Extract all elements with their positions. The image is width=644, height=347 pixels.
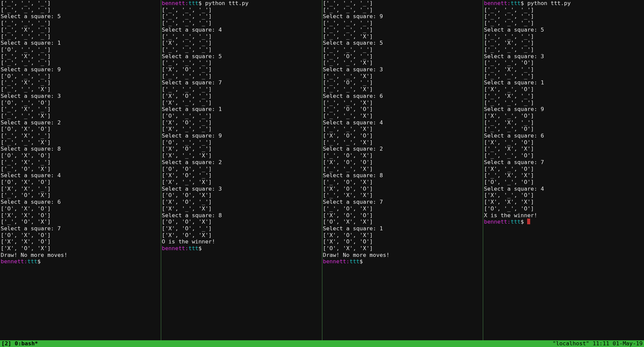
shell-prompt[interactable]: bennett:ttt$ xyxy=(484,219,530,225)
terminal-output-line: ['_', 'X', '_'] xyxy=(1,27,160,33)
terminal-output-line: ['X', '_', '_'] xyxy=(162,100,321,106)
terminal-output-line: ['X', 'O', 'X'] xyxy=(162,232,321,239)
terminal-output-line: ['_', '_', '_'] xyxy=(323,7,482,13)
terminal-output-line: Select a square: 4 xyxy=(1,172,160,179)
terminal-output-line: ['_', '_', '_'] xyxy=(162,73,321,80)
cursor xyxy=(527,219,530,224)
terminal-output-line: Select a square: 4 xyxy=(162,27,321,33)
tmux-screen: ['_', '_', '_']['_', '_', '_']Select a s… xyxy=(0,0,644,347)
terminal-output-line: Select a square: 8 xyxy=(1,146,160,152)
terminal-output-line: Select a square: 1 xyxy=(484,79,643,86)
terminal-output-line: ['X', 'O', '_'] xyxy=(162,119,321,126)
terminal-output-line: ['X', 'O', 'O'] xyxy=(323,212,482,219)
terminal-output-line: Select a square: 6 xyxy=(484,132,643,139)
terminal-output-line: ['_', 'O', 'O'] xyxy=(323,106,482,113)
terminal-output-line: ['_', '_', 'X'] xyxy=(323,166,482,172)
terminal-output-line: ['_', '_', '_'] xyxy=(484,73,643,80)
terminal-output-line: Select a square: 7 xyxy=(484,159,643,166)
terminal-output-line: Select a square: 3 xyxy=(162,186,321,192)
terminal-output-line: ['_', '_', '_'] xyxy=(484,13,643,20)
terminal-output-line: ['X', '_', 'O'] xyxy=(484,166,643,172)
terminal-output-line: Select a square: 4 xyxy=(323,119,482,126)
terminal-output-line: ['_', '_', '_'] xyxy=(323,27,482,33)
terminal-output-line: ['_', '_', 'X'] xyxy=(323,73,482,80)
terminal-output-line: ['X', '_', 'X'] xyxy=(162,179,321,186)
prompt-host: ttt xyxy=(511,0,521,6)
terminal-pane-1[interactable]: bennett:ttt$ python ttt.py['_', '_', '_'… xyxy=(161,0,322,340)
prompt-host: ttt xyxy=(27,258,37,265)
shell-prompt: bennett:ttt$ python ttt.py xyxy=(484,0,570,6)
shell-prompt: bennett:ttt$ python ttt.py xyxy=(162,0,248,6)
terminal-output-line: ['_', 'X', '_'] xyxy=(1,79,160,86)
terminal-output-line: ['X', 'O', '_'] xyxy=(162,93,321,100)
terminal-output-line: Select a square: 7 xyxy=(1,225,160,232)
terminal-output-line: ['O', 'X', 'O'] xyxy=(1,152,160,159)
status-right: "localhost" 11:11 01-May-19 xyxy=(553,340,643,347)
terminal-output-line: ['_', '_', '_'] xyxy=(1,60,160,66)
terminal-output-line: Select a square: 1 xyxy=(323,225,482,232)
shell-prompt[interactable]: bennett:ttt$ xyxy=(1,258,44,265)
prompt-host: ttt xyxy=(350,258,360,265)
terminal-output-line: ['_', 'X', '_'] xyxy=(1,132,160,139)
terminal-output-line: Select a square: 1 xyxy=(162,106,321,113)
terminal-output-line: ['_', 'X', '_'] xyxy=(1,106,160,113)
terminal-output-line: Select a square: 3 xyxy=(323,66,482,73)
terminal-output-line: ['X', '_', '_'] xyxy=(162,126,321,132)
terminal-output-line: ['_', '_', '_'] xyxy=(484,20,643,27)
terminal-output-line: Select a square: 9 xyxy=(323,13,482,20)
prompt-host: ttt xyxy=(511,219,521,225)
prompt-user: bennett xyxy=(162,245,185,252)
terminal-output-line: ['_', '_', 'X'] xyxy=(1,139,160,146)
terminal-output-line: ['X', '_', 'X'] xyxy=(162,205,321,212)
terminal-output-line: Select a square: 9 xyxy=(162,132,321,139)
terminal-output-line: Select a square: 2 xyxy=(323,146,482,152)
terminal-output-line: ['O', 'X', 'O'] xyxy=(1,179,160,186)
terminal-output-line: ['_', '_', 'X'] xyxy=(323,33,482,40)
terminal-output-line: ['_', '_', 'O'] xyxy=(484,126,643,132)
terminal-pane-2[interactable]: ['_', '_', '_']['_', '_', '_']Select a s… xyxy=(322,0,483,340)
terminal-output-line: ['X', 'O', 'O'] xyxy=(323,132,482,139)
terminal-output-line: ['_', 'X', '_'] xyxy=(484,119,643,126)
terminal-output-line: ['O', '_', '_'] xyxy=(162,139,321,146)
terminal-output-line: Select a square: 8 xyxy=(323,172,482,179)
terminal-output-line: ['_', 'X', 'X'] xyxy=(323,192,482,199)
terminal-output-line: ['_', '_', 'X'] xyxy=(1,86,160,93)
shell-prompt[interactable]: bennett:ttt$ xyxy=(323,258,366,265)
terminal-output-line: ['_', '_', 'O'] xyxy=(484,60,643,66)
terminal-output-line: ['_', 'X', '_'] xyxy=(484,40,643,46)
terminal-output-line: Select a square: 7 xyxy=(323,199,482,205)
shell-prompt[interactable]: bennett:ttt$ xyxy=(162,245,205,252)
terminal-output-line: Select a square: 6 xyxy=(323,93,482,100)
terminal-pane-3[interactable]: bennett:ttt$ python ttt.py['_', '_', '_'… xyxy=(483,0,644,340)
terminal-output-line: ['_', '_', '_'] xyxy=(162,46,321,53)
terminal-output-line: Select a square: 3 xyxy=(484,53,643,60)
terminal-output-line: ['_', '_', '_'] xyxy=(484,7,643,13)
prompt-host: ttt xyxy=(188,245,198,252)
terminal-output-line: Select a square: 9 xyxy=(484,106,643,113)
terminal-pane-0[interactable]: ['_', '_', '_']['_', '_', '_']Select a s… xyxy=(0,0,161,340)
terminal-output-line: Select a square: 4 xyxy=(484,186,643,192)
shell-command: python ttt.py xyxy=(205,0,248,6)
terminal-output-line: O is the winner! xyxy=(162,238,321,245)
prompt-user: bennett xyxy=(323,258,347,265)
terminal-output-line: Select a square: 6 xyxy=(1,199,160,205)
terminal-output-line: ['_', '_', 'X'] xyxy=(323,60,482,66)
tmux-status-bar: [2] 0:bash* "localhost" 11:11 01-May-19 xyxy=(0,340,644,347)
terminal-output-line: ['_', 'O', 'X'] xyxy=(1,192,160,199)
terminal-output-line: ['_', '_', 'X'] xyxy=(323,100,482,106)
terminal-output-line: ['X', 'O', '_'] xyxy=(162,172,321,179)
terminal-output-line: ['O', 'X', 'O'] xyxy=(1,205,160,212)
terminal-output-line: ['O', 'X', 'O'] xyxy=(1,126,160,132)
terminal-output-line: ['_', '_', 'O'] xyxy=(484,152,643,159)
terminal-output-line: ['O', 'O', 'X'] xyxy=(162,219,321,225)
terminal-output-line: ['_', '_', '_'] xyxy=(1,7,160,13)
terminal-output-line: ['O', '_', '_'] xyxy=(1,46,160,53)
terminal-output-line: ['_', '_', 'X'] xyxy=(323,139,482,146)
terminal-output-line: ['_', 'X', '_'] xyxy=(484,66,643,73)
terminal-output-line: ['X', '_', 'X'] xyxy=(162,152,321,159)
terminal-output-line: ['_', 'O', 'X'] xyxy=(1,166,160,172)
terminal-output-line: ['O', '_', 'O'] xyxy=(1,100,160,106)
terminal-output-line: ['X', 'O', 'O'] xyxy=(323,186,482,192)
terminal-output-line: ['X', 'O', 'O'] xyxy=(323,159,482,166)
terminal-output-line: ['_', '_', 'X'] xyxy=(323,126,482,132)
